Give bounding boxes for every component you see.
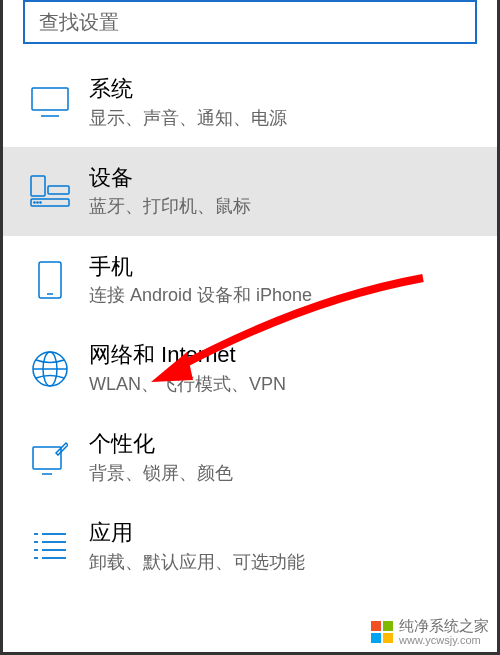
- item-text: 个性化 背景、锁屏、颜色: [89, 429, 477, 486]
- item-network[interactable]: 网络和 Internet WLAN、飞行模式、VPN: [3, 324, 497, 413]
- item-subtitle: 显示、声音、通知、电源: [89, 105, 477, 131]
- item-subtitle: WLAN、飞行模式、VPN: [89, 371, 477, 397]
- personalize-icon: [27, 441, 73, 475]
- item-title: 应用: [89, 518, 477, 548]
- item-system[interactable]: 系统 显示、声音、通知、电源: [3, 58, 497, 147]
- item-personalize[interactable]: 个性化 背景、锁屏、颜色: [3, 413, 497, 502]
- item-phone[interactable]: 手机 连接 Android 设备和 iPhone: [3, 236, 497, 325]
- watermark: 纯净系统之家 www.ycwsjy.com: [371, 618, 489, 647]
- item-devices[interactable]: 设备 蓝牙、打印机、鼠标: [3, 147, 497, 236]
- globe-icon: [27, 351, 73, 387]
- item-title: 个性化: [89, 429, 477, 459]
- item-title: 系统: [89, 74, 477, 104]
- item-subtitle: 蓝牙、打印机、鼠标: [89, 193, 477, 219]
- item-text: 应用 卸载、默认应用、可选功能: [89, 518, 477, 575]
- svg-rect-24: [371, 621, 381, 631]
- phone-icon: [27, 261, 73, 299]
- item-subtitle: 背景、锁屏、颜色: [89, 460, 477, 486]
- search-box: [23, 0, 477, 44]
- svg-rect-27: [383, 633, 393, 643]
- svg-rect-8: [39, 262, 61, 298]
- svg-point-5: [34, 202, 35, 203]
- item-title: 手机: [89, 252, 477, 282]
- svg-rect-26: [371, 633, 381, 643]
- watermark-url: www.ycwsjy.com: [399, 634, 489, 646]
- svg-rect-2: [31, 176, 45, 196]
- devices-icon: [27, 175, 73, 207]
- apps-icon: [27, 531, 73, 561]
- item-title: 网络和 Internet: [89, 340, 477, 370]
- svg-point-7: [40, 202, 41, 203]
- watermark-text-wrap: 纯净系统之家 www.ycwsjy.com: [399, 618, 489, 647]
- item-text: 系统 显示、声音、通知、电源: [89, 74, 477, 131]
- svg-point-6: [37, 202, 38, 203]
- display-icon: [27, 87, 73, 117]
- item-subtitle: 卸载、默认应用、可选功能: [89, 549, 477, 575]
- item-text: 网络和 Internet WLAN、飞行模式、VPN: [89, 340, 477, 397]
- item-title: 设备: [89, 163, 477, 193]
- item-text: 设备 蓝牙、打印机、鼠标: [89, 163, 477, 220]
- settings-list: 系统 显示、声音、通知、电源 设备 蓝牙、打印机、鼠标: [3, 58, 497, 591]
- item-subtitle: 连接 Android 设备和 iPhone: [89, 282, 477, 308]
- svg-rect-0: [32, 88, 68, 110]
- item-text: 手机 连接 Android 设备和 iPhone: [89, 252, 477, 309]
- svg-rect-13: [33, 447, 61, 469]
- svg-rect-25: [383, 621, 393, 631]
- search-input[interactable]: [23, 0, 477, 44]
- item-apps[interactable]: 应用 卸载、默认应用、可选功能: [3, 502, 497, 591]
- watermark-text: 纯净系统之家: [399, 618, 489, 635]
- svg-rect-3: [48, 186, 69, 194]
- watermark-logo-icon: [371, 621, 393, 643]
